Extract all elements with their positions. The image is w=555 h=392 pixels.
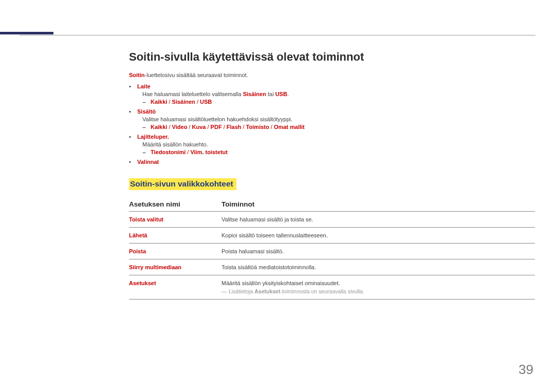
row-func: Toista sisältöä mediatoistotoiminnolla. (221, 259, 535, 275)
subheading-text: Soitin-sivun valikkokohteet (130, 179, 233, 188)
item-label: Lajitteluper. (137, 134, 169, 140)
table-row: Poista Poista haluamasi sisältö. (129, 244, 535, 259)
item-label: Valinnat (137, 159, 159, 165)
bullet-icon: • (129, 108, 137, 115)
table-row: Siirry multimediaan Toista sisältöä medi… (129, 259, 535, 275)
bullet-icon: • (129, 83, 137, 89)
sub-list: ‒Tiedostonimi / Viim. toistetut (142, 149, 535, 156)
item-desc: Hae haluamasi laiteluettelo valitsemalla… (142, 91, 535, 97)
intro-rest: -luettelosivu sisältää seuraavat toiminn… (145, 72, 248, 78)
item-desc: Määritä sisällön hakuehto. (142, 141, 535, 147)
row-name: Lähetä (129, 228, 221, 244)
sub-item: ‒Kaikki / Video / Kuva / PDF / Flash / T… (142, 124, 535, 130)
intro-bold: Soitin (129, 72, 145, 78)
row-name: Siirry multimediaan (129, 259, 221, 275)
row-footnote: ―Lisätietoja Asetukset-toiminnosta on se… (221, 288, 531, 294)
sub-item: ‒Tiedostonimi / Viim. toistetut (142, 149, 535, 156)
list-item: •Laite Hae haluamasi laiteluettelo valit… (129, 83, 535, 105)
row-func: Valitse haluamasi sisältö ja toista se. (221, 212, 535, 228)
sub-item: ‒Kaikki / Sisäinen / USB (142, 99, 535, 105)
intro-text: Soitin-luettelosivu sisältää seuraavat t… (129, 72, 535, 78)
item-desc: Valitse haluamasi sisältöluettelon hakue… (142, 116, 535, 122)
list-item: •Sisältö Valitse haluamasi sisältöluette… (129, 108, 535, 130)
dash-icon: ‒ (142, 124, 151, 130)
bullet-icon: • (129, 134, 137, 140)
list-item: •Valinnat (129, 159, 535, 165)
dash-icon: ‒ (142, 99, 151, 105)
sub-list: ‒Kaikki / Video / Kuva / PDF / Flash / T… (142, 124, 535, 130)
dash-icon: ‒ (142, 149, 151, 156)
table-header-name: Asetuksen nimi (129, 197, 221, 212)
page-title: Soitin-sivulla käytettävissä olevat toim… (129, 50, 535, 64)
options-table: Asetuksen nimi Toiminnot Toista valitut … (129, 197, 535, 300)
table-row: Asetukset Määritä sisällön yksityiskohta… (129, 275, 535, 300)
page-number: 39 (519, 362, 533, 378)
subheading-highlight: Soitin-sivun valikkokohteet (129, 178, 236, 190)
content-area: Soitin-sivulla käytettävissä olevat toim… (129, 50, 535, 300)
table-header-func: Toiminnot (221, 197, 535, 212)
sub-list: ‒Kaikki / Sisäinen / USB (142, 99, 535, 105)
accent-bar (0, 32, 53, 34)
bullet-icon: • (129, 159, 137, 165)
row-name: Toista valitut (129, 212, 221, 228)
dash-icon: ― (221, 288, 229, 294)
feature-list: •Laite Hae haluamasi laiteluettelo valit… (129, 83, 535, 165)
table-row: Toista valitut Valitse haluamasi sisältö… (129, 212, 535, 228)
row-func: Määritä sisällön yksityiskohtaiset omina… (221, 275, 535, 300)
row-func: Poista haluamasi sisältö. (221, 244, 535, 259)
row-func: Kopioi sisältö toiseen tallennuslaittees… (221, 228, 535, 244)
top-rule (20, 35, 535, 35)
row-name: Asetukset (129, 275, 221, 300)
list-item: •Lajitteluper. Määritä sisällön hakuehto… (129, 134, 535, 156)
table-row: Lähetä Kopioi sisältö toiseen tallennusl… (129, 228, 535, 244)
item-label: Laite (137, 83, 151, 89)
row-name: Poista (129, 244, 221, 259)
item-label: Sisältö (137, 108, 156, 115)
